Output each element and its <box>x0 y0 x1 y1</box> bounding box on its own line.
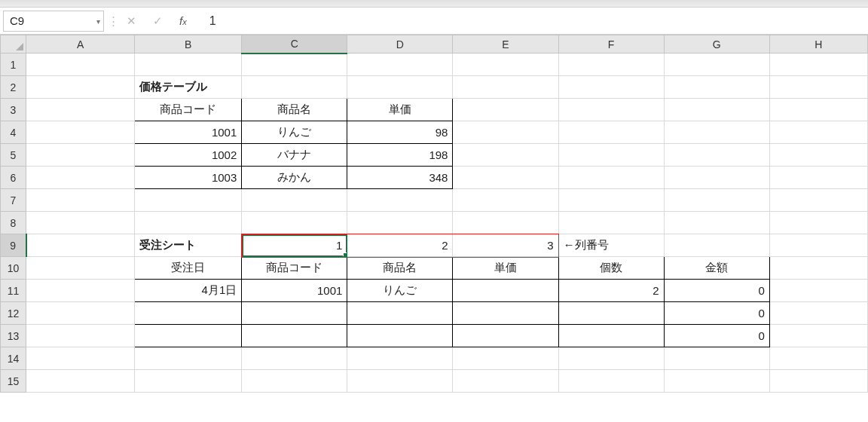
cell-E3[interactable] <box>453 99 558 121</box>
row-header-12[interactable]: 12 <box>1 302 26 325</box>
cell-C13[interactable] <box>242 325 347 347</box>
cell-E10[interactable]: 単価 <box>453 257 558 280</box>
name-box-dropdown-icon[interactable]: ▾ <box>96 17 100 25</box>
cell-D13[interactable] <box>347 325 453 347</box>
cell-F5[interactable] <box>558 144 664 167</box>
cell-C5[interactable]: バナナ <box>242 144 347 167</box>
row-header-2[interactable]: 2 <box>1 76 26 99</box>
cell-A5[interactable] <box>26 144 135 167</box>
cell-F7[interactable] <box>558 189 664 212</box>
cell-C4[interactable]: りんご <box>242 121 347 144</box>
cell-H7[interactable] <box>769 189 867 212</box>
cell-G12[interactable]: 0 <box>664 302 769 325</box>
cell-D8[interactable] <box>347 212 453 234</box>
cell-C3[interactable]: 商品名 <box>242 99 347 121</box>
cell-G2[interactable] <box>664 76 769 99</box>
cell-A10[interactable] <box>26 257 135 280</box>
col-header-G[interactable]: G <box>664 35 769 54</box>
col-header-F[interactable]: F <box>558 35 664 54</box>
cell-E5[interactable] <box>453 144 558 167</box>
cell-H12[interactable] <box>769 302 867 325</box>
row-header-5[interactable]: 5 <box>1 144 26 167</box>
cell-D10[interactable]: 商品名 <box>347 257 453 280</box>
cell-H4[interactable] <box>769 121 867 144</box>
cell-A14[interactable] <box>26 347 135 370</box>
cell-B11[interactable]: 4月1日 <box>135 280 242 302</box>
row-header-4[interactable]: 4 <box>1 121 26 144</box>
row-header-7[interactable]: 7 <box>1 189 26 212</box>
cell-H14[interactable] <box>769 347 867 370</box>
cell-E4[interactable] <box>453 121 558 144</box>
cell-B9[interactable]: 受注シート <box>135 234 242 257</box>
cell-A3[interactable] <box>26 99 135 121</box>
cell-F1[interactable] <box>558 54 664 76</box>
cell-G6[interactable] <box>664 167 769 189</box>
row-header-6[interactable]: 6 <box>1 167 26 189</box>
cell-F8[interactable] <box>558 212 664 234</box>
cell-H6[interactable] <box>769 167 867 189</box>
cell-F9[interactable]: ←列番号 <box>558 234 664 257</box>
cell-B15[interactable] <box>135 370 242 393</box>
cell-G8[interactable] <box>664 212 769 234</box>
cell-G5[interactable] <box>664 144 769 167</box>
cell-H11[interactable] <box>769 280 867 302</box>
cell-B4[interactable]: 1001 <box>135 121 242 144</box>
col-header-D[interactable]: D <box>347 35 453 54</box>
cell-G13[interactable]: 0 <box>664 325 769 347</box>
cell-A9[interactable] <box>26 234 135 257</box>
cell-B10[interactable]: 受注日 <box>135 257 242 280</box>
row-header-10[interactable]: 10 <box>1 257 26 280</box>
cell-F13[interactable] <box>558 325 664 347</box>
cell-D12[interactable] <box>347 302 453 325</box>
cell-C12[interactable] <box>242 302 347 325</box>
formula-input[interactable] <box>193 11 868 32</box>
cell-F12[interactable] <box>558 302 664 325</box>
cell-B3[interactable]: 商品コード <box>135 99 242 121</box>
cell-F10[interactable]: 個数 <box>558 257 664 280</box>
cell-A13[interactable] <box>26 325 135 347</box>
cell-F11[interactable]: 2 <box>558 280 664 302</box>
row-header-8[interactable]: 8 <box>1 212 26 234</box>
cell-G9[interactable] <box>664 234 769 257</box>
cell-H3[interactable] <box>769 99 867 121</box>
cell-E14[interactable] <box>453 347 558 370</box>
cell-B7[interactable] <box>135 189 242 212</box>
cell-D5[interactable]: 198 <box>347 144 453 167</box>
grid[interactable]: A B C D E F G H 1 2 価格テーブル 3 商品コード 商品名 単… <box>0 35 868 393</box>
row-header-3[interactable]: 3 <box>1 99 26 121</box>
row-header-13[interactable]: 13 <box>1 325 26 347</box>
cell-B2[interactable]: 価格テーブル <box>135 76 242 99</box>
row-header-11[interactable]: 11 <box>1 280 26 302</box>
cell-A7[interactable] <box>26 189 135 212</box>
cell-B12[interactable] <box>135 302 242 325</box>
cell-A11[interactable] <box>26 280 135 302</box>
cell-H2[interactable] <box>769 76 867 99</box>
cell-C11[interactable]: 1001 <box>242 280 347 302</box>
select-all-corner[interactable] <box>1 35 26 54</box>
cell-E7[interactable] <box>453 189 558 212</box>
cell-H9[interactable] <box>769 234 867 257</box>
fx-icon[interactable]: fx <box>179 14 187 27</box>
cell-E13[interactable] <box>453 325 558 347</box>
col-header-A[interactable]: A <box>26 35 135 54</box>
cell-F3[interactable] <box>558 99 664 121</box>
cell-D11[interactable]: りんご <box>347 280 453 302</box>
cell-D14[interactable] <box>347 347 453 370</box>
cell-A15[interactable] <box>26 370 135 393</box>
cell-F6[interactable] <box>558 167 664 189</box>
cell-H5[interactable] <box>769 144 867 167</box>
cell-E11[interactable] <box>453 280 558 302</box>
cell-D2[interactable] <box>347 76 453 99</box>
row-header-1[interactable]: 1 <box>1 54 26 76</box>
col-header-H[interactable]: H <box>769 35 867 54</box>
cell-F2[interactable] <box>558 76 664 99</box>
cell-C8[interactable] <box>242 212 347 234</box>
cell-E12[interactable] <box>453 302 558 325</box>
cell-C6[interactable]: みかん <box>242 167 347 189</box>
cell-H15[interactable] <box>769 370 867 393</box>
cell-G7[interactable] <box>664 189 769 212</box>
cell-D3[interactable]: 単価 <box>347 99 453 121</box>
cell-G3[interactable] <box>664 99 769 121</box>
cell-D6[interactable]: 348 <box>347 167 453 189</box>
cell-D7[interactable] <box>347 189 453 212</box>
